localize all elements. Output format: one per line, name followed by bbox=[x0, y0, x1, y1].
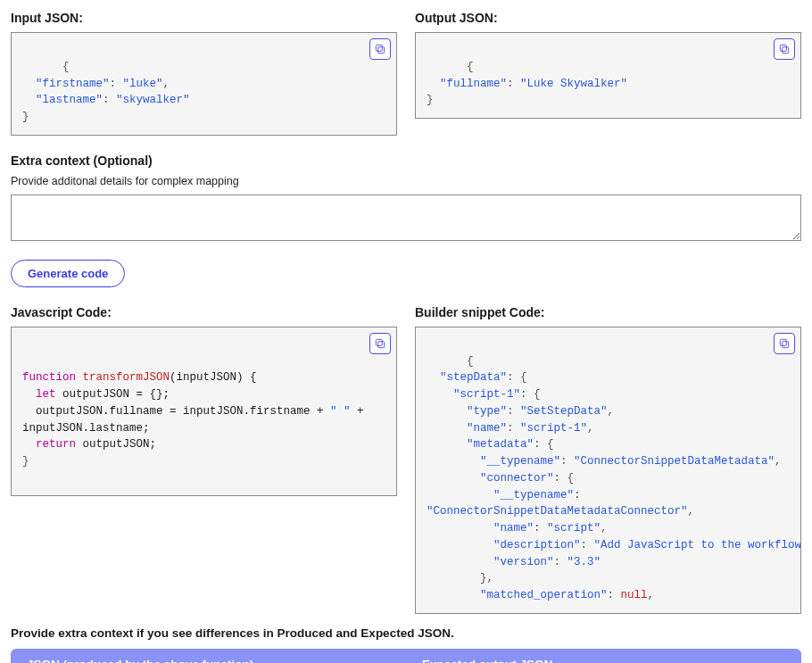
copy-icon[interactable] bbox=[774, 38, 795, 60]
brace: } bbox=[22, 111, 29, 123]
json-value: "SetStepData" bbox=[520, 405, 608, 418]
json-key: "connector" bbox=[480, 472, 554, 485]
json-key: "description" bbox=[493, 539, 581, 551]
colon: : bbox=[103, 94, 116, 106]
json-value: "skywalker" bbox=[116, 94, 190, 106]
code-text: outputJSON.fullname = inputJSON.firstnam… bbox=[22, 405, 330, 418]
extra-context-subtext: Provide additonal details for complex ma… bbox=[11, 175, 801, 187]
json-key: "matched_operation" bbox=[480, 589, 608, 601]
json-value: "3.3" bbox=[568, 556, 601, 568]
code-text: outputJSON; bbox=[76, 438, 156, 451]
json-value: "Add JavaScript to the workflow" bbox=[594, 539, 801, 551]
json-key: "version" bbox=[493, 556, 554, 568]
copy-icon[interactable] bbox=[369, 38, 391, 60]
json-value: "script" bbox=[547, 522, 601, 535]
json-value: "ConnectorSnippetDataMetadata" bbox=[574, 455, 775, 468]
colon: : bbox=[507, 422, 520, 435]
code-text: inputJSON.lastname; bbox=[22, 422, 150, 435]
brace: : { bbox=[534, 438, 554, 451]
json-key: "__typename" bbox=[493, 489, 574, 501]
comma: , bbox=[775, 455, 782, 468]
brace: : { bbox=[520, 388, 541, 401]
svg-rect-4 bbox=[378, 341, 385, 347]
keyword: function bbox=[22, 371, 76, 384]
diff-header-left: JSON (produced by the above function) bbox=[11, 649, 406, 663]
js-code-label: Javascript Code: bbox=[11, 305, 397, 319]
json-key: "name" bbox=[493, 522, 534, 535]
json-key: "firstname" bbox=[36, 78, 110, 90]
extra-context-label: Extra context (Optional) bbox=[11, 153, 801, 168]
brace: { bbox=[467, 61, 474, 73]
comma: , bbox=[608, 405, 615, 418]
brace: : { bbox=[507, 371, 527, 384]
brace: } bbox=[427, 94, 434, 106]
json-key: "stepData" bbox=[440, 371, 507, 384]
json-key: "metadata" bbox=[467, 438, 534, 451]
builder-code-box: { "stepData": { "script-1": { "type": "S… bbox=[415, 327, 801, 614]
keyword: return bbox=[36, 438, 76, 451]
builder-code-label: Builder snippet Code: bbox=[415, 305, 801, 319]
diff-header-right: Expected output JSON bbox=[406, 649, 801, 663]
brace: { bbox=[62, 61, 70, 73]
colon: : bbox=[560, 455, 574, 468]
function-name: transformJSON bbox=[83, 371, 170, 384]
comma: , bbox=[688, 505, 695, 518]
svg-rect-7 bbox=[780, 339, 786, 345]
colon: : bbox=[110, 78, 123, 90]
input-json-label: Input JSON: bbox=[11, 11, 397, 25]
colon: : bbox=[534, 522, 547, 535]
diff-header: JSON (produced by the above function) Ex… bbox=[11, 649, 801, 663]
copy-icon[interactable] bbox=[369, 333, 391, 354]
json-key: "name" bbox=[467, 422, 507, 435]
colon: : bbox=[554, 556, 568, 568]
extra-context-input[interactable] bbox=[11, 195, 801, 241]
colon: : bbox=[507, 78, 520, 90]
colon: : bbox=[507, 405, 520, 418]
keyword: let bbox=[36, 388, 56, 401]
json-value: "Luke Skywalker" bbox=[520, 78, 627, 90]
svg-rect-0 bbox=[378, 47, 385, 54]
svg-rect-2 bbox=[783, 47, 789, 54]
json-key: "type" bbox=[467, 405, 507, 418]
svg-rect-5 bbox=[376, 339, 382, 345]
comma: , bbox=[648, 589, 655, 601]
json-key: "__typename" bbox=[480, 455, 560, 468]
svg-rect-6 bbox=[783, 341, 789, 347]
string: " " bbox=[330, 405, 351, 418]
colon: : bbox=[608, 589, 621, 601]
json-key: "script-1" bbox=[453, 388, 520, 401]
generate-code-button[interactable]: Generate code bbox=[11, 260, 125, 287]
input-json-box: { "firstname": "luke", "lastname": "skyw… bbox=[11, 32, 397, 136]
json-null: null bbox=[621, 589, 648, 601]
js-code-box: function transformJSON(inputJSON) { let … bbox=[11, 327, 397, 496]
copy-icon[interactable] bbox=[774, 333, 795, 354]
colon: : bbox=[581, 539, 594, 551]
brace: } bbox=[22, 455, 29, 468]
colon: : bbox=[574, 489, 587, 501]
comma: , bbox=[601, 522, 608, 535]
json-value: "luke" bbox=[123, 78, 163, 90]
code-text: + bbox=[351, 405, 371, 418]
output-json-label: Output JSON: bbox=[415, 11, 801, 25]
json-key: "lastname" bbox=[36, 94, 103, 106]
brace: { bbox=[467, 355, 474, 368]
brace: }, bbox=[480, 572, 493, 584]
comma: , bbox=[163, 78, 170, 90]
svg-rect-3 bbox=[780, 45, 786, 51]
code-text: outputJSON = {}; bbox=[56, 388, 170, 401]
code-text: (inputJSON) { bbox=[170, 371, 257, 384]
json-value: "script-1" bbox=[520, 422, 587, 435]
json-value: "ConnectorSnippetDataMetadataConnector" bbox=[427, 505, 688, 518]
output-json-box: { "fullname": "Luke Skywalker" } bbox=[415, 32, 801, 119]
diff-note: Provide extra context if you see differe… bbox=[11, 626, 801, 640]
svg-rect-1 bbox=[376, 45, 382, 51]
json-key: "fullname" bbox=[440, 78, 507, 90]
comma: , bbox=[587, 422, 594, 435]
brace: : { bbox=[554, 472, 575, 485]
